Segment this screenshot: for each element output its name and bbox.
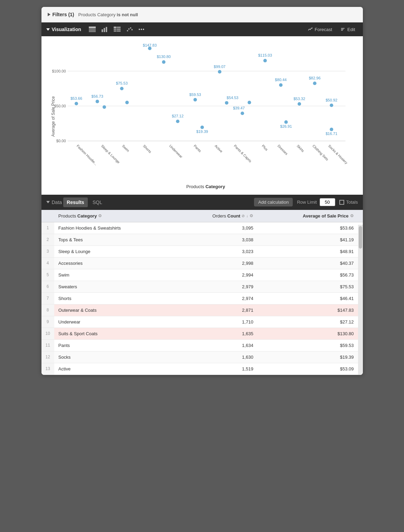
- results-tab[interactable]: Results: [63, 197, 88, 207]
- scrollbar[interactable]: [358, 225, 363, 375]
- cell-orders: 1,630: [174, 351, 257, 363]
- filters-toggle[interactable]: Filters (1): [48, 12, 74, 17]
- svg-text:Skirts: Skirts: [296, 144, 305, 153]
- bar-view-button[interactable]: [99, 25, 110, 33]
- table-row: 5Swim2,994$56.73: [41, 269, 363, 281]
- table-row: 9Underwear1,710$27.12: [41, 316, 363, 328]
- cell-category: Swim: [54, 269, 174, 281]
- cell-avg-price: $75.53: [257, 281, 358, 292]
- cell-row-num: 8: [41, 304, 54, 316]
- scatter-icon: [126, 27, 133, 32]
- results-table: Products Category ⚙ Orders Count ⊘ ↓ ⚙: [41, 210, 363, 375]
- svg-rect-7: [114, 27, 116, 28]
- point-dresses-high: [279, 83, 282, 87]
- data-label: Data: [52, 200, 62, 205]
- cell-category: Socks: [54, 351, 174, 363]
- forecast-label: Forecast: [315, 27, 332, 32]
- forecast-button[interactable]: Forecast: [305, 26, 335, 33]
- sql-tab[interactable]: SQL: [89, 197, 106, 207]
- data-toggle[interactable]: Data: [46, 200, 62, 205]
- svg-text:Fashion Hoodie...: Fashion Hoodie...: [76, 144, 98, 166]
- edit-button[interactable]: Edit: [338, 26, 358, 33]
- avg-price-settings-icon[interactable]: ⚙: [350, 213, 354, 218]
- cell-avg-price: $46.41: [257, 292, 358, 304]
- table-row: 13Active1,519$53.09: [41, 363, 363, 375]
- svg-text:Swim: Swim: [121, 144, 130, 153]
- cell-avg-price: $147.83: [257, 304, 358, 316]
- svg-rect-0: [89, 27, 96, 28]
- pivot-view-button[interactable]: [112, 25, 123, 33]
- label-socks-high: $50.92: [326, 98, 337, 102]
- point-clothing-sets: [313, 81, 316, 85]
- viz-toolbar: Visualization: [41, 22, 363, 36]
- cell-orders: 2,979: [174, 281, 257, 292]
- point-active-high: [218, 70, 221, 74]
- cell-category: Sweaters: [54, 281, 174, 292]
- more-icon: •••: [139, 27, 145, 32]
- cell-category: Accessories: [54, 257, 174, 269]
- cell-category: Underwear: [54, 316, 174, 328]
- label-pants-high: $59.53: [189, 93, 201, 97]
- point-socks-high: [330, 104, 333, 107]
- y-tick-0: $0.00: [56, 139, 66, 143]
- table-icon: [89, 27, 96, 32]
- point-swim-low: [125, 101, 129, 104]
- label-dresses-high: $80.44: [275, 78, 286, 82]
- table-row: 2Tops & Tees3,038$41.19: [41, 234, 363, 245]
- svg-text:Shorts: Shorts: [142, 144, 152, 154]
- svg-rect-2: [89, 30, 96, 31]
- cell-avg-price: $19.39: [257, 351, 358, 363]
- cell-category: Outerwear & Coats: [54, 304, 174, 316]
- cell-category: Sleep & Lounge: [54, 245, 174, 257]
- svg-text:Clothing Sets: Clothing Sets: [312, 144, 329, 161]
- totals-checkbox[interactable]: [339, 200, 344, 205]
- point-swim: [120, 87, 123, 90]
- table-row: 1Fashion Hoodies & Sweatshirts3,095$53.6…: [41, 222, 363, 234]
- scrollbar-thumb[interactable]: [359, 226, 362, 249]
- cell-avg-price: $53.66: [257, 222, 358, 234]
- table-row: 4Accessories2,998$40.37: [41, 257, 363, 269]
- label-socks-low: $16.71: [326, 132, 337, 136]
- viz-icons-group: •••: [87, 25, 147, 33]
- sort-desc-icon[interactable]: ↓: [246, 214, 248, 218]
- label-dresses-low: $26.91: [280, 124, 292, 128]
- add-calculation-button[interactable]: Add calculation: [254, 198, 293, 206]
- cell-row-num: 12: [41, 351, 54, 363]
- table-row: 6Sweaters2,979$75.53: [41, 281, 363, 292]
- svg-rect-4: [102, 29, 103, 32]
- cell-orders: 3,095: [174, 222, 257, 234]
- viz-toggle[interactable]: Visualization: [46, 27, 81, 32]
- cell-avg-price: $56.73: [257, 269, 358, 281]
- orders-settings-icon[interactable]: ⚙: [250, 213, 253, 218]
- svg-rect-1: [89, 28, 96, 29]
- cell-orders: 1,710: [174, 316, 257, 328]
- cell-row-num: 10: [41, 328, 54, 339]
- category-settings-icon[interactable]: ⚙: [98, 213, 102, 218]
- cell-category: Active: [54, 363, 174, 375]
- point-active-low: [225, 101, 228, 105]
- scatter-view-button[interactable]: [124, 25, 135, 33]
- col-header-avg-price: Average of Sale Price ⚙: [257, 210, 358, 222]
- svg-text:Plus: Plus: [261, 144, 269, 152]
- filters-triangle-icon: [48, 13, 50, 16]
- svg-text:Underwear: Underwear: [168, 144, 183, 159]
- cell-avg-price: $59.53: [257, 339, 358, 351]
- filter-icon[interactable]: ⊘: [242, 214, 245, 218]
- svg-rect-10: [117, 27, 121, 28]
- row-limit-input[interactable]: [320, 198, 335, 206]
- table-row: 10Suits & Sport Coats1,635$130.80: [41, 328, 363, 339]
- table-view-button[interactable]: [87, 25, 98, 33]
- more-views-button[interactable]: •••: [137, 25, 147, 33]
- cell-orders: 3,023: [174, 245, 257, 257]
- cell-orders: 2,871: [174, 304, 257, 316]
- bar-icon: [101, 27, 108, 32]
- cell-orders: 2,998: [174, 257, 257, 269]
- svg-text:Pants & Capris: Pants & Capris: [233, 144, 252, 163]
- totals-label[interactable]: Totals: [339, 200, 358, 205]
- cell-category: Tops & Tees: [54, 234, 174, 245]
- scatter-chart: Average of Sale Price $100.00 $50.00 $0.…: [48, 43, 356, 190]
- label-active-54: $54.53: [226, 96, 238, 100]
- svg-text:Dresses: Dresses: [277, 144, 289, 156]
- col-header-num: [41, 210, 54, 222]
- svg-text:Socks & Hosiery: Socks & Hosiery: [327, 144, 348, 165]
